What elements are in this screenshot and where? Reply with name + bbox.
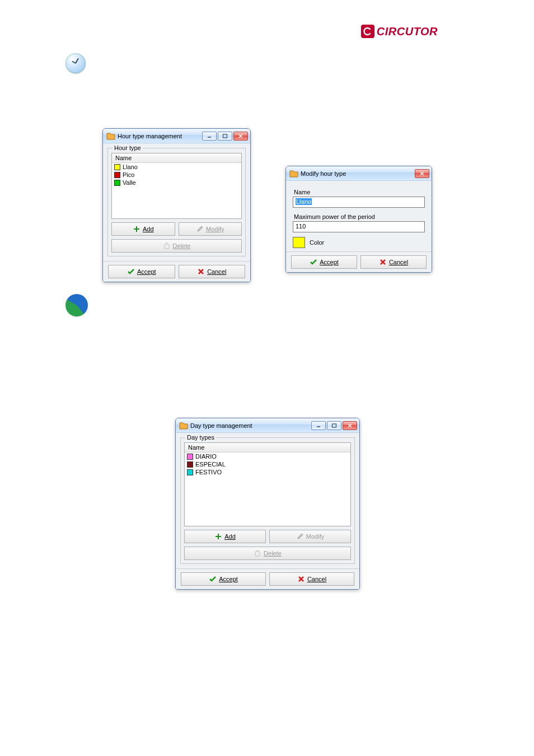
day-type-list[interactable]: Name DIARIO ESPECIAL FESTIVO [184, 442, 351, 526]
dialog-title: Day type management [190, 422, 252, 429]
app-icon [106, 132, 115, 140]
app-icon [179, 422, 188, 430]
cancel-button[interactable]: Cancel [269, 572, 354, 586]
list-item[interactable]: FESTIVO [185, 468, 350, 476]
color-swatch-icon [114, 164, 120, 170]
cancel-button[interactable]: Cancel [360, 255, 427, 269]
titlebar[interactable]: Modify hour type [286, 166, 432, 181]
max-power-input[interactable]: 110 [293, 221, 425, 232]
accept-label: Accept [137, 268, 156, 275]
group-legend: Day types [185, 434, 216, 441]
titlebar[interactable]: Hour type management [103, 129, 250, 143]
delete-label: Delete [173, 242, 191, 249]
hour-type-list[interactable]: Name Llano Pico Valle [111, 153, 242, 219]
svg-rect-4 [332, 424, 336, 427]
max-power-label: Maximum power of the period [294, 213, 424, 220]
modify-button[interactable]: Modify [179, 222, 242, 236]
close-button[interactable] [343, 421, 357, 430]
list-item[interactable]: DIARIO [185, 452, 350, 460]
name-label: Name [294, 189, 424, 195]
minimize-button[interactable] [311, 421, 326, 430]
check-icon [209, 575, 217, 583]
accept-label: Accept [219, 576, 238, 582]
color-label: Color [310, 239, 324, 246]
modify-label: Modify [306, 533, 324, 540]
color-swatch[interactable] [293, 237, 305, 248]
modify-hour-type-dialog: Modify hour type Name Llano Maximum powe… [285, 166, 432, 273]
cancel-label: Cancel [207, 268, 226, 275]
minimize-button[interactable] [202, 132, 217, 141]
accept-button[interactable]: Accept [291, 255, 357, 269]
cross-icon [297, 575, 305, 583]
cancel-label: Cancel [307, 576, 326, 582]
item-label: ESPECIAL [195, 461, 226, 468]
modify-button[interactable]: Modify [269, 530, 351, 543]
pencil-icon [296, 533, 304, 540]
modify-label: Modify [206, 226, 224, 232]
item-label: Llano [123, 164, 138, 170]
cancel-button[interactable]: Cancel [179, 265, 246, 278]
add-label: Add [143, 226, 154, 232]
max-power-value: 110 [296, 223, 306, 230]
delete-icon [254, 549, 261, 557]
item-label: Valle [123, 179, 136, 186]
item-label: DIARIO [195, 453, 217, 460]
list-item[interactable]: Pico [112, 171, 241, 179]
pencil-icon [196, 225, 204, 233]
delete-label: Delete [264, 550, 282, 557]
delete-button[interactable]: Delete [184, 547, 351, 560]
delete-button[interactable]: Delete [111, 239, 242, 253]
check-icon [127, 268, 135, 276]
titlebar[interactable]: Day type management [176, 418, 359, 433]
svg-rect-1 [223, 134, 227, 138]
app-icon [289, 170, 298, 178]
close-button[interactable] [233, 132, 248, 141]
list-item[interactable]: ESPECIAL [185, 460, 350, 468]
accept-button[interactable]: Accept [108, 265, 175, 278]
item-label: Pico [123, 171, 134, 178]
list-header[interactable]: Name [185, 443, 350, 452]
hour-type-management-dialog: Hour type management Hour type Name Llan… [102, 128, 251, 282]
cross-icon [379, 258, 387, 266]
dialog-title: Hour type management [118, 133, 182, 139]
list-item[interactable]: Llano [112, 163, 241, 171]
day-types-group: Day types Name DIARIO ESPECIAL FESTIVO A… [180, 437, 355, 564]
add-label: Add [224, 533, 236, 540]
svg-rect-5 [255, 552, 260, 556]
list-item[interactable]: Valle [112, 179, 241, 186]
brand-logo: CIRCUTOR [361, 25, 438, 38]
list-header[interactable]: Name [112, 153, 241, 163]
dialog-title: Modify hour type [301, 170, 346, 177]
close-button[interactable] [415, 169, 429, 178]
svg-rect-2 [165, 244, 169, 249]
check-icon [310, 258, 317, 266]
maximize-button[interactable] [218, 132, 232, 141]
plus-icon [133, 225, 140, 233]
cancel-label: Cancel [389, 259, 408, 265]
name-value: Llano [296, 198, 312, 205]
plus-icon [214, 533, 222, 540]
color-swatch-icon [114, 180, 120, 186]
hour-type-group: Hour type Name Llano Pico Valle Add Modi… [107, 148, 246, 256]
maximize-button[interactable] [327, 421, 341, 430]
day-type-management-dialog: Day type management Day types Name DIARI… [175, 418, 360, 590]
brand-mark-icon [361, 25, 374, 38]
color-swatch-icon [114, 172, 120, 178]
pie-chart-icon [65, 294, 88, 316]
add-button[interactable]: Add [111, 222, 175, 236]
add-button[interactable]: Add [184, 530, 266, 543]
delete-icon [163, 242, 171, 250]
name-input[interactable]: Llano [293, 197, 425, 208]
group-legend: Hour type [113, 144, 143, 151]
color-swatch-icon [187, 461, 193, 468]
brand-name: CIRCUTOR [377, 25, 438, 38]
accept-button[interactable]: Accept [181, 572, 266, 586]
cross-icon [197, 268, 205, 276]
accept-label: Accept [320, 259, 339, 265]
item-label: FESTIVO [195, 469, 222, 475]
color-swatch-icon [187, 454, 193, 460]
color-swatch-icon [187, 469, 193, 475]
clock-icon [65, 53, 86, 73]
